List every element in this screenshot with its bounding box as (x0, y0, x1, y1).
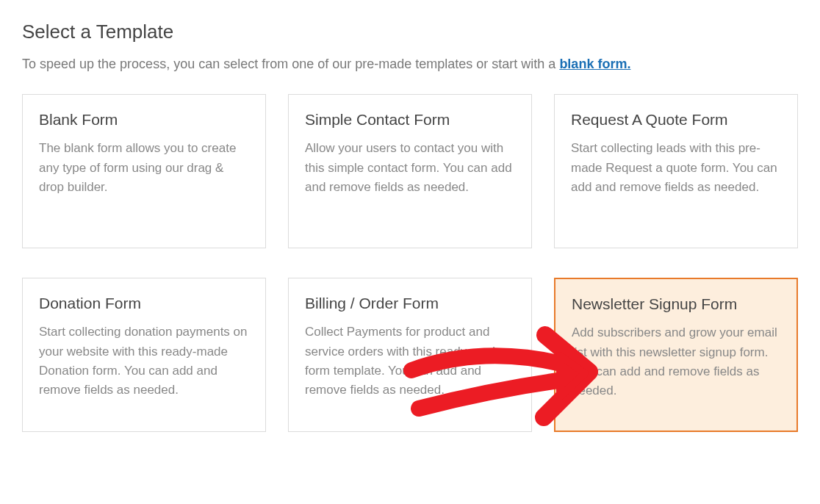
card-title: Request A Quote Form (571, 111, 781, 129)
template-card-blank-form[interactable]: Blank Form The blank form allows you to … (22, 94, 266, 248)
template-card-donation-form[interactable]: Donation Form Start collecting donation … (22, 278, 266, 432)
page-subtitle: To speed up the process, you can select … (22, 55, 798, 73)
card-desc: The blank form allows you to create any … (39, 139, 249, 197)
card-desc: Start collecting donation payments on yo… (39, 323, 249, 400)
subtitle-text: To speed up the process, you can select … (22, 57, 559, 71)
template-card-simple-contact-form[interactable]: Simple Contact Form Allow your users to … (288, 94, 532, 248)
card-title: Simple Contact Form (305, 111, 515, 129)
card-title: Blank Form (39, 111, 249, 129)
blank-form-link[interactable]: blank form. (559, 57, 630, 71)
template-card-billing-order-form[interactable]: Billing / Order Form Collect Payments fo… (288, 278, 532, 432)
card-title: Donation Form (39, 295, 249, 312)
card-title: Billing / Order Form (305, 295, 515, 312)
card-desc: Collect Payments for product and service… (305, 323, 515, 400)
card-desc: Allow your users to contact you with thi… (305, 139, 515, 197)
page-title: Select a Template (22, 21, 798, 43)
template-grid: Blank Form The blank form allows you to … (22, 94, 798, 432)
card-desc: Start collecting leads with this pre-mad… (571, 139, 781, 197)
card-desc: Add subscribers and grow your email list… (572, 323, 780, 400)
template-card-request-a-quote-form[interactable]: Request A Quote Form Start collecting le… (554, 94, 798, 248)
card-title: Newsletter Signup Form (572, 295, 780, 313)
template-card-newsletter-signup-form[interactable]: Newsletter Signup Form Add subscribers a… (554, 278, 798, 432)
